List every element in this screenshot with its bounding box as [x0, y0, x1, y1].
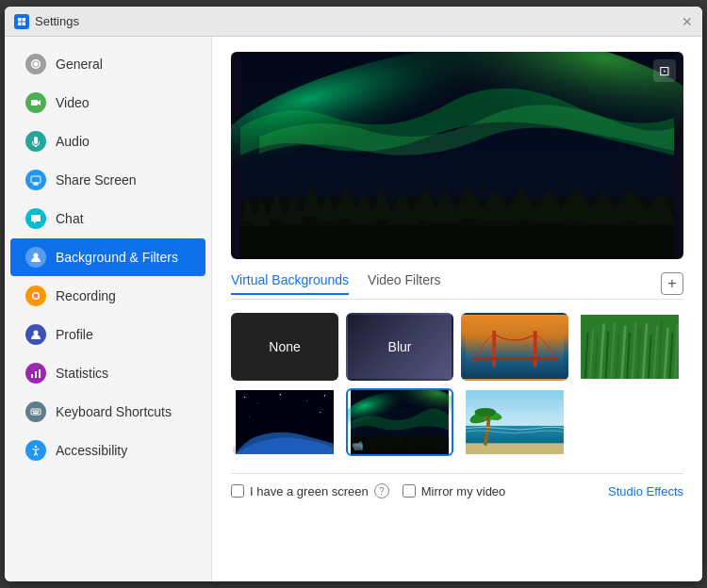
sidebar-label-video: Video: [56, 95, 90, 110]
svg-rect-27: [534, 331, 537, 367]
preview-image: [231, 52, 683, 259]
svg-point-18: [35, 446, 37, 448]
sidebar-label-profile: Profile: [56, 327, 93, 342]
mirror-video-group: Mirror my video: [403, 484, 506, 498]
sidebar: GeneralVideoAudioShare ScreenChatBackgro…: [5, 37, 212, 581]
green-screen-label: I have a green screen: [250, 484, 369, 498]
svg-point-51: [280, 394, 282, 396]
svg-point-8: [34, 294, 39, 299]
svg-rect-1: [23, 18, 26, 22]
studio-effects-button[interactable]: Studio Effects: [608, 484, 683, 498]
titlebar: Settings ✕: [5, 7, 702, 37]
content-area: ⊡ Virtual Backgrounds Video Filters + No…: [212, 37, 702, 581]
svg-rect-11: [35, 371, 37, 378]
sidebar-item-recording[interactable]: Recording: [10, 277, 206, 315]
video-indicator-icon: 📹: [352, 440, 363, 450]
svg-rect-26: [492, 331, 496, 367]
svg-point-54: [249, 416, 250, 417]
svg-point-49: [244, 397, 246, 399]
footer: I have a green screen ? Mirror my video …: [231, 473, 683, 502]
background-filters-icon: [25, 247, 46, 268]
svg-rect-4: [31, 100, 38, 106]
backgrounds-grid: None Blur: [231, 313, 683, 456]
svg-rect-16: [38, 411, 40, 413]
sidebar-item-chat[interactable]: Chat: [10, 200, 206, 237]
sidebar-item-share-screen[interactable]: Share Screen: [10, 161, 206, 199]
share-screen-icon: [25, 170, 46, 190]
svg-rect-0: [18, 18, 22, 22]
svg-rect-25: [466, 359, 564, 379]
sidebar-item-video[interactable]: Video: [10, 84, 206, 122]
footer-left: I have a green screen ? Mirror my video: [231, 483, 505, 498]
recording-icon: [25, 286, 46, 306]
keyboard-shortcuts-icon: [25, 401, 46, 422]
background-golden-gate[interactable]: [461, 313, 568, 381]
sidebar-item-audio[interactable]: Audio: [10, 122, 206, 160]
sidebar-label-statistics: Statistics: [56, 366, 108, 381]
main-content: GeneralVideoAudioShare ScreenChatBackgro…: [5, 37, 702, 581]
sidebar-label-keyboard-shortcuts: Keyboard Shortcuts: [56, 404, 172, 419]
close-button[interactable]: ✕: [682, 15, 693, 28]
svg-rect-63: [466, 426, 564, 444]
chat-icon: [25, 208, 46, 229]
svg-rect-64: [466, 444, 564, 454]
svg-rect-23: [240, 226, 674, 259]
svg-rect-14: [33, 411, 35, 413]
svg-rect-28: [473, 357, 559, 360]
accessibility-icon: [25, 440, 46, 461]
svg-point-9: [34, 331, 39, 335]
green-screen-checkbox[interactable]: [231, 484, 244, 498]
sidebar-label-audio: Audio: [56, 134, 90, 149]
svg-rect-10: [31, 374, 33, 378]
background-beach[interactable]: [461, 388, 568, 456]
preview-container: ⊡: [231, 52, 683, 259]
background-grass[interactable]: [576, 313, 683, 381]
app-icon: [14, 14, 29, 29]
svg-rect-3: [23, 22, 26, 25]
green-screen-group: I have a green screen ?: [231, 483, 389, 498]
svg-point-55: [320, 412, 321, 413]
add-background-button[interactable]: +: [661, 272, 683, 295]
mirror-video-label: Mirror my video: [421, 484, 506, 498]
green-screen-help-icon[interactable]: ?: [374, 483, 389, 498]
sidebar-item-background-filters[interactable]: Background & Filters: [10, 238, 206, 276]
blur-label: Blur: [388, 339, 412, 354]
svg-point-52: [306, 400, 307, 401]
background-earth[interactable]: [231, 388, 338, 456]
sidebar-label-share-screen: Share Screen: [56, 172, 137, 188]
audio-icon: [25, 131, 46, 152]
titlebar-left: Settings: [14, 14, 79, 29]
svg-rect-12: [39, 369, 41, 378]
profile-icon: [25, 324, 46, 345]
tab-video-filters[interactable]: Video Filters: [368, 272, 441, 295]
svg-point-53: [324, 395, 326, 397]
background-none[interactable]: None: [231, 313, 338, 381]
sidebar-label-chat: Chat: [56, 211, 84, 226]
background-blur[interactable]: Blur: [346, 313, 453, 381]
sidebar-item-profile[interactable]: Profile: [10, 316, 206, 353]
svg-rect-15: [35, 411, 37, 413]
sidebar-item-general[interactable]: General: [10, 45, 206, 83]
sidebar-item-accessibility[interactable]: Accessibility: [10, 432, 206, 469]
sidebar-item-statistics[interactable]: Statistics: [10, 354, 206, 392]
svg-rect-17: [33, 413, 39, 415]
sidebar-item-keyboard-shortcuts[interactable]: Keyboard Shortcuts: [10, 393, 206, 431]
tabs-container: Virtual Backgrounds Video Filters: [231, 272, 441, 295]
svg-point-50: [257, 403, 258, 404]
tabs-row: Virtual Backgrounds Video Filters +: [231, 272, 683, 300]
tab-virtual-backgrounds[interactable]: Virtual Backgrounds: [231, 272, 349, 295]
sidebar-label-general: General: [56, 57, 103, 72]
fullscreen-icon[interactable]: ⊡: [653, 59, 676, 82]
sidebar-label-accessibility: Accessibility: [56, 443, 127, 458]
svg-rect-5: [31, 176, 41, 183]
window-title: Settings: [35, 14, 79, 28]
svg-point-70: [486, 416, 490, 419]
svg-rect-2: [18, 22, 22, 25]
background-aurora[interactable]: 📹: [346, 388, 453, 456]
mirror-video-checkbox[interactable]: [403, 484, 416, 498]
sidebar-label-recording: Recording: [56, 288, 116, 303]
general-icon: [25, 54, 46, 74]
statistics-icon: [25, 363, 46, 384]
video-icon: [25, 92, 46, 113]
sidebar-label-background-filters: Background & Filters: [56, 250, 178, 265]
